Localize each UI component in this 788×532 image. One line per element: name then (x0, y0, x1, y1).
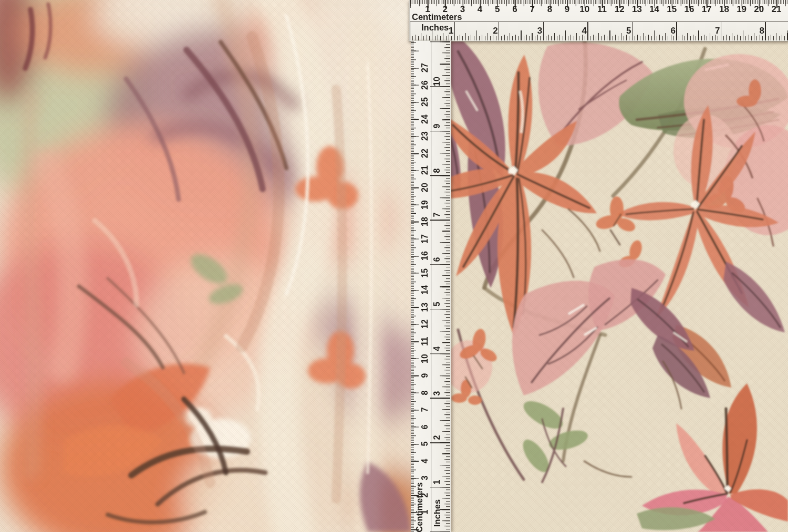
v-ruler-inch-number: 9 (432, 123, 442, 128)
h-ruler-inches-label: Inches (421, 23, 449, 33)
v-ruler-cm-number: 5 (420, 442, 430, 446)
h-ruler-inch-ticks (410, 22, 788, 40)
v-ruler-cm-number: 15 (420, 268, 430, 278)
v-ruler-inches-label: Inches (432, 499, 442, 527)
v-ruler-cm-number: 6 (420, 424, 430, 429)
h-ruler-cm-number: 20 (754, 4, 764, 15)
vertical-ruler: Centimeters Inches 272625242322212019181… (411, 41, 451, 532)
v-ruler-cm-number: 12 (420, 319, 430, 329)
v-ruler-cm-number: 1 (420, 510, 430, 515)
h-ruler-cm-number: 2 (442, 4, 447, 15)
v-ruler-inch-number: 8 (432, 168, 442, 173)
v-ruler-cm-number: 3 (420, 476, 430, 481)
draped-fabric-photo (0, 0, 411, 532)
v-ruler-inch-number: 3 (432, 391, 442, 395)
v-ruler-cm-number: 24 (420, 114, 430, 124)
v-ruler-inch-number: 7 (432, 213, 442, 217)
v-ruler-cm-number: 27 (420, 63, 430, 72)
h-ruler-cm-number: 12 (615, 4, 625, 15)
h-ruler-cm-number: 7 (530, 4, 534, 15)
h-ruler-cm-number: 16 (685, 4, 694, 15)
v-ruler-cm-number: 20 (420, 183, 430, 192)
h-ruler-cm-number: 1 (425, 4, 430, 15)
horizontal-ruler: Centimeters Inches 123456789101112131415… (409, 0, 788, 41)
h-ruler-centimeters-label: Centimeters (412, 12, 462, 22)
v-ruler-cm-number: 23 (420, 131, 430, 141)
flat-fabric-photo (411, 41, 788, 532)
v-ruler-cm-number: 17 (420, 234, 430, 244)
v-ruler-cm-number: 7 (420, 408, 430, 412)
v-ruler-inch-number: 10 (432, 77, 442, 86)
h-ruler-cm-number: 14 (649, 4, 659, 15)
h-ruler-cm-number: 19 (737, 4, 746, 15)
v-ruler-cm-number: 18 (420, 217, 430, 226)
h-ruler-cm-number: 11 (597, 4, 607, 15)
h-ruler-inch-number: 6 (670, 26, 675, 36)
h-ruler-cm-number: 8 (547, 4, 552, 15)
v-ruler-cm-number: 14 (420, 285, 430, 295)
v-ruler-cm-number: 25 (420, 97, 430, 107)
v-ruler-cm-number: 11 (420, 337, 430, 346)
h-ruler-inch-number: 2 (493, 26, 497, 36)
v-ruler-inch-ticks (430, 41, 450, 532)
h-ruler-cm-number: 15 (667, 4, 677, 15)
v-ruler-cm-number: 22 (420, 149, 430, 158)
h-ruler-cm-number: 21 (772, 4, 782, 15)
h-ruler-cm-number: 5 (495, 4, 500, 15)
h-ruler-cm-number: 3 (460, 4, 465, 15)
v-ruler-inch-number: 5 (432, 302, 442, 307)
v-ruler-cm-number: 10 (420, 354, 430, 363)
h-ruler-inch-number: 4 (582, 26, 586, 36)
h-ruler-inch-number: 8 (760, 26, 764, 36)
v-ruler-cm-number: 2 (420, 493, 430, 497)
flat-fabric-illustration (411, 41, 788, 532)
h-ruler-inch-number: 1 (449, 26, 453, 36)
v-ruler-cm-number: 8 (420, 390, 430, 395)
draped-fabric-illustration (0, 0, 411, 532)
v-ruler-inch-number: 2 (432, 435, 442, 440)
v-ruler-inch-number: 4 (432, 346, 442, 351)
h-ruler-cm-number: 6 (512, 4, 517, 15)
v-ruler-cm-number: 9 (420, 373, 430, 378)
h-ruler-cm-number: 10 (579, 4, 589, 15)
h-ruler-cm-number: 13 (632, 4, 642, 15)
h-ruler-inch-number: 7 (715, 26, 720, 36)
v-ruler-inch-number: 1 (432, 480, 442, 485)
v-ruler-cm-number: 16 (420, 251, 430, 260)
v-ruler-cm-number: 13 (420, 302, 430, 312)
h-ruler-inch-number: 3 (537, 26, 542, 36)
v-ruler-centimeters-label: Centimeters (414, 482, 424, 532)
h-ruler-cm-number: 17 (702, 4, 712, 15)
v-ruler-inch-number: 6 (432, 257, 442, 262)
v-ruler-cm-ticks (411, 41, 419, 532)
v-ruler-cm-number: 21 (420, 166, 430, 175)
h-ruler-cm-number: 18 (719, 4, 729, 15)
h-ruler-inch-number: 5 (626, 26, 631, 36)
v-ruler-cm-number: 19 (420, 200, 430, 210)
v-ruler-cm-number: 26 (420, 80, 430, 90)
h-ruler-cm-number: 4 (478, 4, 482, 15)
v-ruler-cm-number: 4 (420, 458, 430, 463)
h-ruler-cm-number: 9 (565, 4, 569, 15)
fabric-photo-stage: Centimeters Inches 123456789101112131415… (0, 0, 788, 532)
